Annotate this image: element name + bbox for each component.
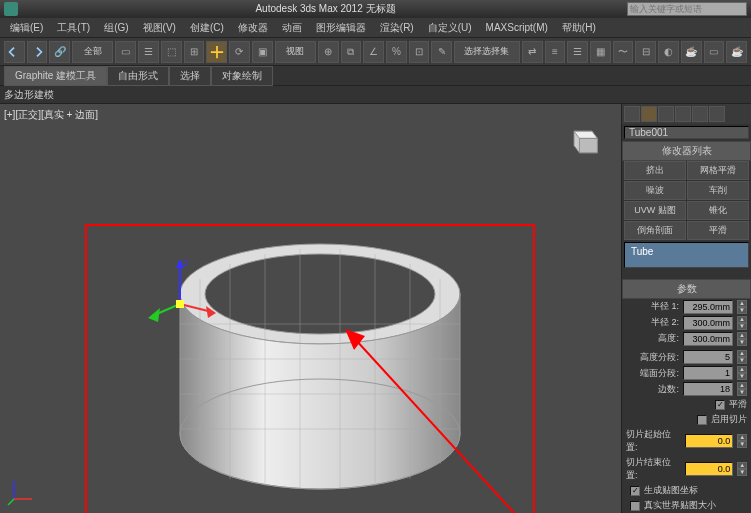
menu-customize[interactable]: 自定义(U) — [422, 19, 478, 37]
height-spinner[interactable]: 300.0mm — [683, 332, 733, 346]
mod-uvwmap[interactable]: UVW 贴图 — [624, 201, 686, 220]
capsegs-spin-buttons[interactable]: ▲▼ — [737, 366, 747, 380]
slicefrom-spinner[interactable]: 0.0 — [685, 434, 734, 448]
heightsegs-spin-buttons[interactable]: ▲▼ — [737, 350, 747, 364]
spinner-snap[interactable]: ⊡ — [409, 41, 430, 63]
menu-animation[interactable]: 动画 — [276, 19, 308, 37]
capsegs-spinner[interactable]: 1 — [683, 366, 733, 380]
height-spin-buttons[interactable]: ▲▼ — [737, 332, 747, 346]
modifier-list-dropdown[interactable]: 修改器列表 — [622, 141, 751, 161]
mod-bevelprofile[interactable]: 倒角剖面 — [624, 221, 686, 240]
sliceto-spinner[interactable]: 0.0 — [685, 462, 734, 476]
curve-editor-button[interactable]: 〜 — [613, 41, 634, 63]
hierarchy-tab-icon[interactable] — [658, 106, 674, 122]
slicefrom-spin-buttons[interactable]: ▲▼ — [737, 434, 747, 448]
help-search-input[interactable] — [627, 2, 747, 16]
svg-rect-25 — [176, 300, 184, 308]
tab-objectpaint[interactable]: 对象绘制 — [211, 66, 273, 86]
menu-view[interactable]: 视图(V) — [137, 19, 182, 37]
realworld-checkbox[interactable] — [630, 501, 640, 511]
mod-smooth[interactable]: 平滑 — [687, 221, 749, 240]
snap-toggle[interactable]: ⧉ — [341, 41, 362, 63]
stack-item-tube[interactable]: Tube — [627, 245, 657, 258]
tab-freeform[interactable]: 自由形式 — [107, 66, 169, 86]
sliceto-spin-buttons[interactable]: ▲▼ — [737, 462, 747, 476]
motion-tab-icon[interactable] — [675, 106, 691, 122]
viewport-label[interactable]: [+][正交][真实 + 边面] — [4, 108, 98, 122]
param-height: 高度: 300.0mm ▲▼ — [622, 331, 751, 347]
sliceto-label: 切片结束位置: — [626, 456, 681, 482]
menu-tools[interactable]: 工具(T) — [51, 19, 96, 37]
rotate-button[interactable]: ⟳ — [229, 41, 250, 63]
ref-coord-system[interactable]: 视图 — [275, 41, 316, 63]
percent-snap[interactable]: % — [386, 41, 407, 63]
selection-filter[interactable]: 全部 — [72, 41, 113, 63]
menu-render[interactable]: 渲染(R) — [374, 19, 420, 37]
menu-maxscript[interactable]: MAXScript(M) — [480, 20, 554, 35]
param-slicefrom: 切片起始位置: 0.0 ▲▼ — [622, 427, 751, 455]
undo-button[interactable] — [4, 41, 25, 63]
smooth-checkbox[interactable]: ✓ — [715, 400, 725, 410]
edit-named-sel[interactable]: ✎ — [431, 41, 452, 63]
object-name-field[interactable]: Tube001 — [624, 126, 749, 139]
param-sliceto: 切片结束位置: 0.0 ▲▼ — [622, 455, 751, 483]
subtab-polymodel[interactable]: 多边形建模 — [4, 88, 54, 102]
scale-button[interactable]: ▣ — [252, 41, 273, 63]
render-frame-button[interactable]: ▭ — [704, 41, 725, 63]
params-rollout-header[interactable]: 参数 — [622, 279, 751, 299]
radius2-spinner[interactable]: 300.0mm — [683, 316, 733, 330]
named-selection-set[interactable]: 选择选择集 — [454, 41, 520, 63]
tab-graphite[interactable]: Graphite 建模工具 — [4, 66, 107, 86]
param-radius1: 半径 1: 295.0mm ▲▼ — [622, 299, 751, 315]
move-button[interactable] — [206, 41, 227, 63]
mirror-button[interactable]: ⇄ — [522, 41, 543, 63]
layers-button[interactable]: ☰ — [567, 41, 588, 63]
realworld-label: 真实世界贴图大小 — [644, 499, 716, 512]
graphite-toggle[interactable]: ▦ — [590, 41, 611, 63]
sliceon-checkbox[interactable] — [697, 415, 707, 425]
render-setup-button[interactable]: ☕ — [681, 41, 702, 63]
sides-spin-buttons[interactable]: ▲▼ — [737, 382, 747, 396]
menu-create[interactable]: 创建(C) — [184, 19, 230, 37]
heightsegs-spinner[interactable]: 5 — [683, 350, 733, 364]
viewcube[interactable] — [565, 124, 601, 160]
mod-taper[interactable]: 锥化 — [687, 201, 749, 220]
pivot-button[interactable]: ⊕ — [318, 41, 339, 63]
create-tab-icon[interactable] — [624, 106, 640, 122]
viewport[interactable]: [+][正交][真实 + 边面] GXI 网 z — [0, 104, 621, 513]
mod-extrude[interactable]: 挤出 — [624, 161, 686, 180]
menu-group[interactable]: 组(G) — [98, 19, 134, 37]
align-button[interactable]: ≡ — [545, 41, 566, 63]
menu-modifiers[interactable]: 修改器 — [232, 19, 274, 37]
utilities-tab-icon[interactable] — [709, 106, 725, 122]
schematic-view-button[interactable]: ⊟ — [635, 41, 656, 63]
modifier-stack[interactable]: Tube — [624, 242, 749, 268]
menu-edit[interactable]: 编辑(E) — [4, 19, 49, 37]
radius1-spin-buttons[interactable]: ▲▼ — [737, 300, 747, 314]
param-capsegs: 端面分段: 1 ▲▼ — [622, 365, 751, 381]
link-button[interactable]: 🔗 — [49, 41, 70, 63]
mod-meshsmooth[interactable]: 网格平滑 — [687, 161, 749, 180]
select-name-button[interactable]: ☰ — [138, 41, 159, 63]
gencoords-checkbox[interactable]: ✓ — [630, 486, 640, 496]
heightsegs-label: 高度分段: — [640, 351, 679, 364]
menu-help[interactable]: 帮助(H) — [556, 19, 602, 37]
material-editor-button[interactable]: ◐ — [658, 41, 679, 63]
window-crossing-button[interactable]: ⊞ — [184, 41, 205, 63]
radius2-spin-buttons[interactable]: ▲▼ — [737, 316, 747, 330]
sides-label: 边数: — [658, 383, 679, 396]
mod-lathe[interactable]: 车削 — [687, 181, 749, 200]
modify-tab-icon[interactable] — [641, 106, 657, 122]
mod-noise[interactable]: 噪波 — [624, 181, 686, 200]
radius1-spinner[interactable]: 295.0mm — [683, 300, 733, 314]
menu-graph[interactable]: 图形编辑器 — [310, 19, 372, 37]
select-button[interactable]: ▭ — [115, 41, 136, 63]
sides-spinner[interactable]: 18 — [683, 382, 733, 396]
rect-select-button[interactable]: ⬚ — [161, 41, 182, 63]
tab-selection[interactable]: 选择 — [169, 66, 211, 86]
angle-snap[interactable]: ∠ — [363, 41, 384, 63]
render-button[interactable]: ☕ — [726, 41, 747, 63]
transform-gizmo[interactable]: z — [140, 254, 220, 334]
redo-button[interactable] — [27, 41, 48, 63]
display-tab-icon[interactable] — [692, 106, 708, 122]
